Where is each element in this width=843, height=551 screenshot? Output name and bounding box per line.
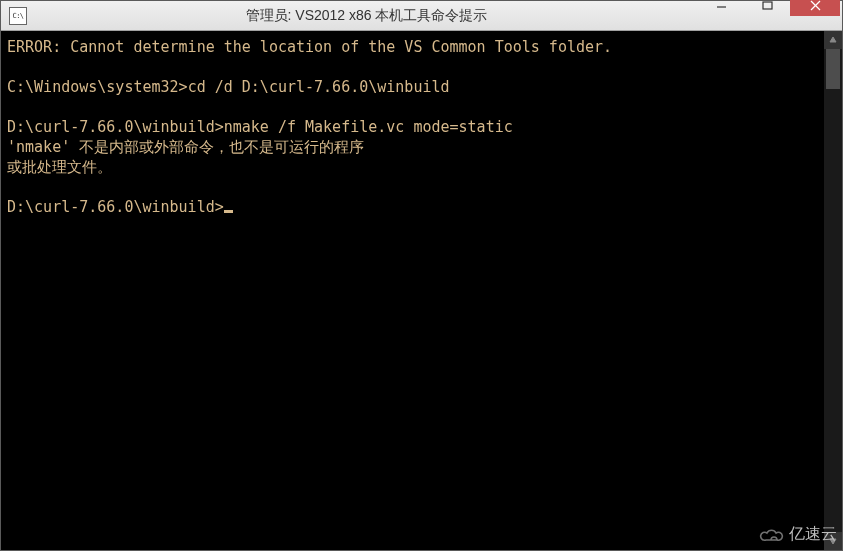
close-button[interactable]	[790, 0, 840, 16]
scrollbar[interactable]	[824, 31, 842, 550]
scrollbar-thumb[interactable]	[826, 49, 840, 89]
command-text: nmake /f Makefile.vc mode=static	[224, 118, 513, 136]
terminal-line	[7, 57, 818, 77]
command-text: cd /d D:\curl-7.66.0\winbuild	[188, 78, 450, 96]
titlebar[interactable]: C:\ 管理员: VS2012 x86 本机工具命令提示	[1, 1, 842, 31]
svg-marker-5	[830, 539, 836, 544]
command-prompt-window: C:\ 管理员: VS2012 x86 本机工具命令提示 ERROR: Cann…	[0, 0, 843, 551]
window-controls	[698, 0, 840, 16]
terminal-line: D:\curl-7.66.0\winbuild>	[7, 197, 818, 217]
minimize-icon	[716, 0, 727, 11]
minimize-button[interactable]	[698, 0, 744, 16]
scroll-down-button[interactable]	[824, 532, 842, 550]
svg-rect-1	[763, 2, 772, 9]
terminal-line	[7, 177, 818, 197]
terminal-line: D:\curl-7.66.0\winbuild>nmake /f Makefil…	[7, 117, 818, 137]
prompt-text: D:\curl-7.66.0\winbuild>	[7, 118, 224, 136]
app-icon: C:\	[9, 7, 27, 25]
terminal-area: ERROR: Cannot determine the location of …	[1, 31, 842, 550]
window-title: 管理员: VS2012 x86 本机工具命令提示	[35, 7, 698, 25]
prompt-text: C:\Windows\system32>	[7, 78, 188, 96]
terminal-line: 'nmake' 不是内部或外部命令，也不是可运行的程序	[7, 137, 818, 157]
chevron-up-icon	[829, 36, 837, 44]
prompt-text: D:\curl-7.66.0\winbuild>	[7, 198, 224, 216]
terminal-output[interactable]: ERROR: Cannot determine the location of …	[1, 31, 824, 550]
terminal-line: 或批处理文件。	[7, 157, 818, 177]
cursor	[224, 210, 233, 213]
maximize-button[interactable]	[744, 0, 790, 16]
maximize-icon	[762, 0, 773, 11]
terminal-line	[7, 97, 818, 117]
scroll-up-button[interactable]	[824, 31, 842, 49]
close-icon	[810, 0, 821, 11]
svg-marker-4	[830, 37, 836, 42]
chevron-down-icon	[829, 537, 837, 545]
terminal-line: C:\Windows\system32>cd /d D:\curl-7.66.0…	[7, 77, 818, 97]
terminal-line: ERROR: Cannot determine the location of …	[7, 37, 818, 57]
